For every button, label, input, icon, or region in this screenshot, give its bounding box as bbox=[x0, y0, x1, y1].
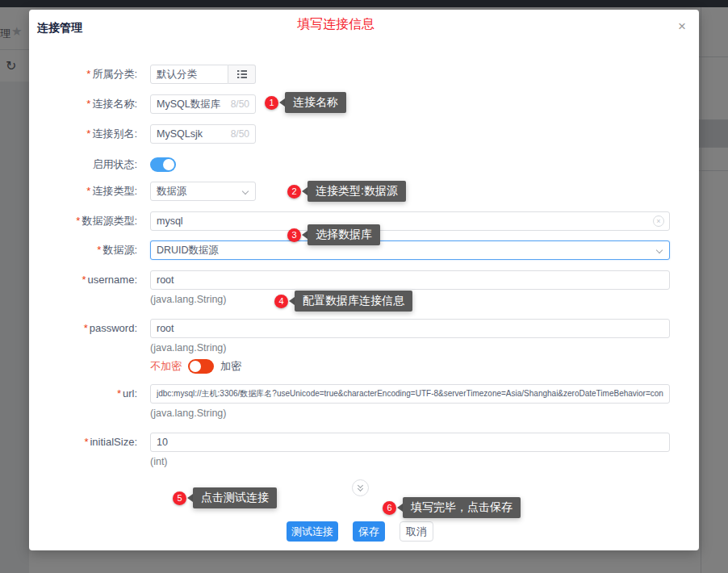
datasource-select[interactable]: DRUID数据源 bbox=[150, 240, 670, 260]
name-label: *连接名称: bbox=[29, 94, 144, 114]
conn-type-label: *连接类型: bbox=[29, 182, 144, 201]
connection-manager-dialog: 连接管理 × 填写连接信息 *所属分类: *连接名称: 8/50 *连接别名: bbox=[29, 10, 699, 550]
dialog-title: 连接管理 bbox=[37, 21, 82, 36]
callout-arrow bbox=[302, 231, 308, 239]
enabled-toggle[interactable] bbox=[150, 157, 176, 172]
username-label: *username: bbox=[29, 270, 144, 290]
chevron-down-icon bbox=[242, 188, 249, 194]
callout-tooltip: 配置数据库连接信息 bbox=[295, 291, 412, 312]
url-input[interactable] bbox=[150, 384, 670, 404]
test-connection-button[interactable]: 测试连接 bbox=[287, 521, 338, 542]
callout-arrow bbox=[279, 98, 285, 107]
form-row-initial-size: *initialSize: bbox=[29, 433, 699, 452]
connection-type-select[interactable]: 数据源 bbox=[150, 182, 256, 201]
form-row-username: *username: bbox=[29, 270, 699, 290]
cancel-button[interactable]: 取消 bbox=[400, 521, 433, 542]
initial-size-control bbox=[150, 433, 670, 452]
datasource-type-input[interactable] bbox=[150, 211, 670, 231]
encrypt-toggle[interactable] bbox=[188, 359, 214, 374]
form-row-category: *所属分类: bbox=[29, 65, 699, 84]
callout-4: 4 配置数据库连接信息 bbox=[274, 291, 412, 312]
list-tree-icon bbox=[237, 69, 247, 79]
callout-arrow bbox=[289, 297, 295, 305]
callout-badge: 2 bbox=[287, 185, 301, 199]
callout-3: 3 选择数据库 bbox=[287, 224, 380, 245]
category-control bbox=[150, 65, 256, 84]
callout-tooltip: 连接名称 bbox=[285, 92, 346, 113]
callout-tooltip: 连接类型:数据源 bbox=[308, 181, 406, 202]
close-icon[interactable]: × bbox=[673, 18, 691, 36]
callout-arrow bbox=[397, 504, 403, 512]
callout-badge: 5 bbox=[173, 491, 186, 505]
form-row-name: *连接名称: 8/50 bbox=[29, 94, 699, 114]
alias-control: 8/50 bbox=[150, 124, 256, 144]
ds-type-label: *数据源类型: bbox=[29, 211, 144, 231]
alias-label: *连接别名: bbox=[29, 124, 144, 144]
callout-6: 6 填写完毕，点击保存 bbox=[383, 497, 521, 518]
username-type-hint: (java.lang.String) bbox=[150, 294, 227, 305]
callout-arrow bbox=[187, 494, 193, 502]
alias-char-count: 8/50 bbox=[231, 124, 249, 144]
form-row-enabled: 启用状态: bbox=[29, 155, 699, 174]
name-char-count: 8/50 bbox=[231, 94, 249, 114]
collapse-advanced-button[interactable] bbox=[352, 479, 369, 496]
category-label: *所属分类: bbox=[29, 65, 144, 84]
callout-tooltip: 选择数据库 bbox=[308, 224, 380, 245]
url-label: *url: bbox=[29, 384, 144, 404]
callout-1: 1 连接名称 bbox=[265, 92, 346, 113]
callout-tooltip: 填写完毕，点击保存 bbox=[403, 497, 521, 518]
clear-icon[interactable]: × bbox=[653, 215, 664, 227]
callout-2: 2 连接类型:数据源 bbox=[287, 181, 406, 202]
form-row-alias: *连接别名: 8/50 bbox=[29, 124, 699, 144]
initial-size-label: *initialSize: bbox=[29, 433, 144, 452]
toggle-knob bbox=[163, 159, 174, 170]
url-control bbox=[150, 384, 670, 404]
initial-size-input[interactable] bbox=[150, 433, 670, 452]
url-type-hint: (java.lang.String) bbox=[150, 408, 227, 419]
encrypt-toggle-row: 不加密 加密 bbox=[150, 358, 241, 374]
toggle-knob bbox=[190, 361, 201, 372]
enabled-label: 启用状态: bbox=[29, 155, 144, 174]
password-input[interactable] bbox=[150, 319, 670, 338]
category-picker-button[interactable] bbox=[228, 65, 256, 84]
category-input[interactable] bbox=[150, 65, 228, 84]
form-row-password: *password: bbox=[29, 319, 699, 338]
name-control: 8/50 bbox=[150, 94, 256, 114]
callout-badge: 1 bbox=[265, 96, 278, 110]
callout-badge: 6 bbox=[383, 501, 396, 515]
callout-5: 5 点击测试连接 bbox=[173, 487, 277, 508]
username-input[interactable] bbox=[150, 270, 670, 290]
username-control bbox=[150, 270, 670, 290]
annotation-heading: 填写连接信息 bbox=[271, 16, 400, 33]
not-encrypted-label: 不加密 bbox=[150, 359, 182, 374]
password-type-hint: (java.lang.String) bbox=[150, 342, 227, 353]
callout-badge: 4 bbox=[274, 295, 288, 308]
callout-tooltip: 点击测试连接 bbox=[193, 487, 277, 508]
double-chevron-down-icon bbox=[357, 486, 362, 491]
connection-type-value: 数据源 bbox=[157, 186, 187, 197]
callout-badge: 3 bbox=[287, 228, 301, 242]
enabled-control bbox=[150, 157, 176, 172]
ds-type-control: × bbox=[150, 211, 670, 231]
callout-arrow bbox=[302, 187, 308, 195]
password-control bbox=[150, 319, 670, 338]
datasource-label: *数据源: bbox=[29, 240, 144, 260]
form-row-url: *url: bbox=[29, 384, 699, 404]
encrypted-label: 加密 bbox=[220, 359, 241, 374]
password-label: *password: bbox=[29, 319, 144, 338]
chevron-down-icon bbox=[656, 247, 663, 253]
datasource-value: DRUID数据源 bbox=[157, 245, 219, 256]
initial-size-type-hint: (int) bbox=[150, 456, 168, 467]
save-button[interactable]: 保存 bbox=[353, 521, 385, 542]
